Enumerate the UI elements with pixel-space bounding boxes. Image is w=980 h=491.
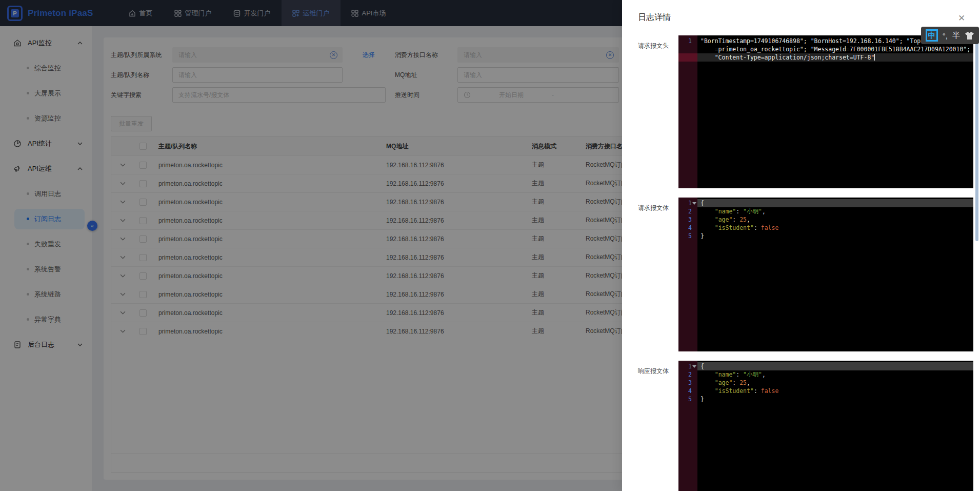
ime-skin-icon[interactable] xyxy=(965,31,974,40)
screen: P Primeton iPaaS 首页 管理门户 开发门户 运维门户 A xyxy=(0,0,980,491)
close-icon[interactable]: ✕ xyxy=(956,13,967,24)
text-cursor xyxy=(874,54,875,61)
response-body-code-editor[interactable]: 12345{ "name": "小明", "age": 25, "isStude… xyxy=(678,361,973,491)
drawer-scrollbar[interactable] xyxy=(975,36,978,241)
request-body-code-editor[interactable]: 12345{ "name": "小明", "age": 25, "isStude… xyxy=(678,198,973,351)
code-line: "isStudent": false xyxy=(697,224,973,232)
request-header-label: 请求报文头 xyxy=(638,35,678,188)
code-line: =primeton_oa_rockettopic"; "MessageId=7F… xyxy=(697,45,973,53)
request-header-section: 请求报文头 1"BornTimestamp=1749106746898"; "B… xyxy=(638,35,973,188)
editor-code-area[interactable]: { "name": "小明", "age": 25, "isStudent": … xyxy=(697,198,973,351)
code-line: } xyxy=(697,395,973,403)
drawer-header: 日志详情 ✕ xyxy=(622,0,980,28)
editor-gutter: 1 xyxy=(678,35,697,188)
drawer-title: 日志详情 xyxy=(638,13,671,22)
code-line: "isStudent": false xyxy=(697,387,973,395)
code-line: "age": 25, xyxy=(697,379,973,387)
code-line: "name": "小明", xyxy=(697,370,973,379)
ime-status-bar: 中 °, 半 xyxy=(921,27,979,44)
code-line: } xyxy=(697,232,973,240)
drawer-body: 请求报文头 1"BornTimestamp=1749106746898"; "B… xyxy=(622,28,980,491)
fold-caret-icon[interactable] xyxy=(692,365,696,368)
ime-width-toggle[interactable]: 半 xyxy=(952,31,960,41)
fold-caret-icon[interactable] xyxy=(692,202,696,205)
editor-gutter: 12345 xyxy=(678,198,697,351)
code-line: "age": 25, xyxy=(697,215,973,224)
ime-punctuation-toggle[interactable]: °, xyxy=(943,31,948,40)
response-body-label: 响应报文体 xyxy=(638,361,678,491)
log-detail-drawer: 日志详情 ✕ 请求报文头 1"BornTimestamp=17491067468… xyxy=(622,0,980,491)
response-body-section: 响应报文体 12345{ "name": "小明", "age": 25, "i… xyxy=(638,361,973,491)
request-body-section: 请求报文体 12345{ "name": "小明", "age": 25, "i… xyxy=(638,198,973,351)
editor-code-area[interactable]: { "name": "小明", "age": 25, "isStudent": … xyxy=(697,361,973,491)
code-line: { xyxy=(697,199,973,207)
code-line: "Content-Type=application/json;charset=U… xyxy=(697,53,973,62)
editor-gutter: 12345 xyxy=(678,361,697,491)
ime-language-toggle[interactable]: 中 xyxy=(926,29,938,42)
request-header-code-editor[interactable]: 1"BornTimestamp=1749106746898"; "BornHos… xyxy=(678,35,973,188)
request-body-label: 请求报文体 xyxy=(638,198,678,351)
code-line: "name": "小明", xyxy=(697,207,973,215)
code-line: { xyxy=(697,362,973,370)
editor-code-area[interactable]: "BornTimestamp=1749106746898"; "BornHost… xyxy=(697,35,973,188)
